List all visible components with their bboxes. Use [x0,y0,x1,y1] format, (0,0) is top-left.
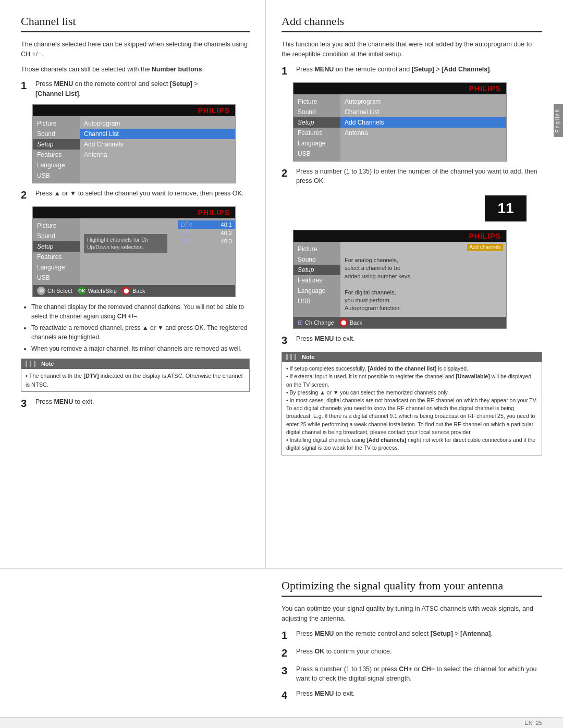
add-step1-num: 1 [282,65,293,77]
opt-step1-num: 1 [282,629,293,641]
add-m2-picture: Picture [293,244,340,254]
dtv-items-container: DTV40.1 DTV40.2 DTV40.3 [178,220,235,245]
menu1-left-col: Picture Sound Setup Features Language US… [33,116,80,183]
add-m2-features: Features [293,275,340,286]
optimizing-section: Optimizing the signal quality from your … [0,568,563,717]
menu2-features: Features [33,252,80,262]
optimizing-title: Optimizing the signal quality from your … [282,579,542,597]
highlight-text: Highlight channels for Ch Up/Down key se… [84,234,167,253]
add-step2-text: Press a number (1 to 135) to enter the n… [296,167,542,187]
step2-num: 2 [21,189,32,201]
note-body: • The channel with the [DTV] indicated o… [21,369,249,391]
add-channels-badge: Add channels [467,244,503,251]
channel-list-section: Channel list The channels selected here … [0,0,266,568]
step2-text: Press ▲ or ▼ to select the channel you w… [35,189,243,199]
menu-item-setup: Setup [33,139,80,150]
back-label: Back [132,288,145,294]
menu1-right-col: Autoprogram Channel List Add Channels An… [80,116,235,183]
menu-item-sound: Sound [33,129,80,139]
add-channels-section: Add channels This function lets you add … [266,0,563,568]
add-menu-usb: USB [293,149,340,159]
opt-step3-text: Press a number (1 to 135) or press CH+ o… [296,664,542,684]
menu2-left-col: Picture Sound Setup Features Language US… [33,218,80,285]
ok-icon: OK [78,287,86,295]
add-channels-step3: 3 Press MENU to exit. [282,334,542,347]
menu-item-features: Features [33,150,80,160]
add-menu1-right: Autoprogram Channel List Add Channels An… [340,94,506,161]
language-tab: English [554,104,563,137]
menu-right-channellist: Channel List [80,129,235,139]
channel-list-step2: 2 Press ▲ or ▼ to select the channel you… [21,189,250,201]
add-m2-setup: Setup [293,265,340,275]
back-icon: ⬤ [122,287,130,295]
add-menu-setup: Setup [293,117,340,128]
add-menu1-left: Picture Sound Setup Features Language US… [293,94,340,161]
add-step1-text: Press MENU on the remote control and [Se… [296,65,492,75]
add-back-btn: ⬤ Back [339,318,362,327]
opt-step4-text: Press MENU to exit. [296,689,355,699]
add-note-header: Note [282,352,542,362]
bullet-1: The channel display for the removed chan… [31,302,250,321]
add-channels-brand-2: PHILIPS [293,230,506,242]
back-btn: ⬤ Back [122,287,145,295]
opt-step1-text: Press MENU on the remote control and sel… [296,629,493,639]
add-menu-autoprogram: Autoprogram [340,96,506,107]
step1-num: 1 [21,79,32,92]
add-m2-language: Language [293,286,340,296]
ch-select-label: Ch Select [47,288,72,294]
optimizing-right-content: Optimizing the signal quality from your … [266,569,563,717]
optimizing-left-spacer [0,569,266,717]
add-channels-intro: This function lets you add the channels … [282,40,542,59]
add-menu-language: Language [293,138,340,149]
add-back-label: Back [350,319,362,326]
add-menu-features: Features [293,128,340,138]
menu2-right-col: Highlight channels for Ch Up/Down key se… [80,218,235,285]
dtv-item-3: DTV40.3 [178,237,235,245]
language-tab-label: English [555,108,560,133]
menu-item-usb: USB [33,170,80,181]
add-channels-note: Note • If setup completes successfully, … [282,352,542,455]
channel-list-title: Channel list [21,15,250,32]
add-menu-sound: Sound [293,107,340,117]
opt-step1: 1 Press MENU on the remote control and s… [282,629,542,641]
opt-step3-num: 3 [282,664,293,677]
add-m2-usb: USB [293,296,340,306]
add-note-body: • If setup completes successfully, [Adde… [282,362,542,454]
ch-change-label: Ch Change [305,319,334,326]
opt-step4-num: 4 [282,689,293,701]
add-menu-picture: Picture [293,96,340,107]
philips-brand-2: PHILIPS [33,207,235,218]
dtv-item-2: DTV40.2 [178,229,235,237]
ch-change-btn: ⊞ Ch Change [298,319,334,326]
add-menu-addchannels: Add Channels [340,117,506,128]
ch-change-icon: ⊞ [298,319,303,326]
menu-item-language: Language [33,160,80,170]
add-channels-step1: 1 Press MENU on the remote control and [… [282,65,542,77]
menu2-setup: Setup [33,241,80,252]
menu-right-autoprogram: Autoprogram [80,118,235,129]
add-menu-channellist: Channel List [340,107,506,117]
opt-step2-text: Press OK to confirm your choice. [296,647,391,657]
channel-list-bullets: The channel display for the removed chan… [21,302,250,353]
add-note-label: Note [302,353,314,361]
add-menu2-left: Picture Sound Setup Features Language US… [293,242,340,317]
channel-list-intro1: The channels selected here can be skippe… [21,40,250,59]
add-back-icon: ⬤ [339,318,348,327]
channel-list-menu1: PHILIPS Picture Sound Setup Features Lan… [32,104,236,183]
channel-list-step1: 1 Press MENU on the remote control and s… [21,79,250,99]
analog-info: For analog channels, select a channel to… [340,254,506,315]
menu-item-picture: Picture [33,118,80,129]
menu-right-addchannels: Add Channels [80,139,235,150]
menu2-footer: ⦿ Ch Select OK Watch/Skip ⬤ Back [33,285,235,297]
channel-num-display-wrapper: 11 [282,191,527,226]
opt-step4: 4 Press MENU to exit. [282,689,542,701]
ch-select-btn: ⦿ Ch Select [37,287,72,295]
opt-step2-num: 2 [282,647,293,659]
menu2-usb: USB [33,273,80,283]
page-en-label: EN [524,720,532,726]
page-footer: EN 25 [0,717,563,728]
add-channels-title: Add channels [282,15,542,32]
channel-list-menu2: PHILIPS Picture Sound Setup Features Lan… [32,206,236,297]
bullet-2: To reactivate a removed channel, press ▲… [31,323,250,342]
add-step2-num: 2 [282,167,293,179]
